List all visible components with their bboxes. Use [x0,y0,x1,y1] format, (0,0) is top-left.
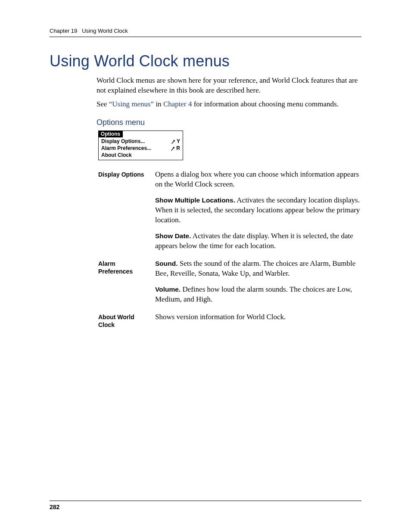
page-title: Using World Clock menus [50,53,361,70]
subheading-options-menu: Options menu [97,118,361,127]
definition-paragraph: Show Multiple Locations. Activates the s… [155,196,361,225]
definition-body: Shows version information for World Cloc… [155,312,361,328]
definition-paragraph: Sound. Sets the sound of the alarm. The … [155,259,361,279]
menu-item-list: Display Options... Y Alarm Preferences..… [99,137,183,160]
definition-paragraph: Volume. Defines how loud the alarm sound… [155,285,361,305]
menu-tab-label: Options [98,131,123,137]
menu-item: Alarm Preferences... R [101,145,180,152]
menu-item: Display Options... Y [101,138,180,145]
definition-row: About World Clock Shows version informat… [98,312,361,329]
intro-text: See [97,100,109,108]
options-menu-figure: Options Display Options... Y Alarm Prefe… [98,131,183,160]
link-using-menus[interactable]: “Using menus” [109,100,154,108]
menu-item: About Clock [101,152,180,159]
definition-paragraph: Opens a dialog box where you can choose … [155,170,361,190]
intro-text: in [154,100,163,108]
definition-row: Alarm Preferences Sound. Sets the sound … [98,259,361,311]
intro-block: World Clock menus are shown here for you… [97,76,361,110]
intro-paragraph-2: See “Using menus” in Chapter 4 for infor… [97,100,361,109]
definition-list: Display Options Opens a dialog box where… [98,170,361,329]
definition-paragraph: Show Date. Activates the date display. W… [155,231,361,251]
term-about-world-clock: About World Clock [98,312,149,329]
term-alarm-preferences: Alarm Preferences [98,259,149,275]
page: Chapter 19 Using World Clock Using World… [0,0,411,532]
page-number: 282 [50,504,59,510]
menu-shortcut: Y [171,138,180,145]
menu-item-label: Display Options... [101,138,145,145]
term-display-options: Display Options [98,170,149,178]
link-chapter-4[interactable]: Chapter 4 [163,100,192,108]
intro-text: for information about choosing menu comm… [192,100,338,108]
definition-paragraph: Shows version information for World Cloc… [155,312,361,322]
chapter-label: Chapter 19 [50,28,77,34]
intro-paragraph-1: World Clock menus are shown here for you… [97,76,361,96]
menu-item-label: About Clock [101,152,132,159]
definition-body: Sound. Sets the sound of the alarm. The … [155,259,361,311]
shortcut-letter: R [176,145,180,152]
menu-shortcut: R [171,145,180,152]
graffiti-stroke-icon [171,146,175,151]
graffiti-stroke-icon [171,140,176,144]
definition-row: Display Options Opens a dialog box where… [98,170,361,257]
menu-item-label: Alarm Preferences... [101,145,151,152]
footer-rule [50,501,361,501]
definition-body: Opens a dialog box where you can choose … [155,170,361,257]
chapter-title: Using World Clock [82,28,128,34]
shortcut-letter: Y [177,138,180,145]
running-header: Chapter 19 Using World Clock [50,28,361,37]
